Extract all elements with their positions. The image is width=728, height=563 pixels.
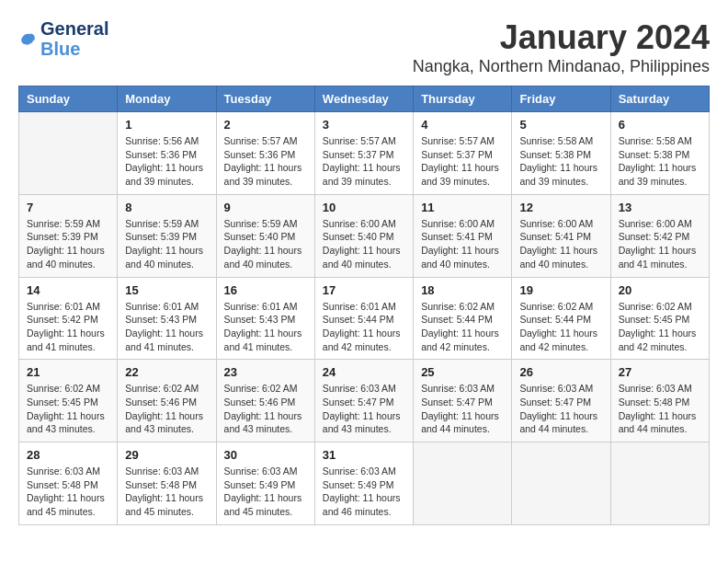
- day-number: 12: [519, 201, 602, 214]
- day-info: Sunrise: 6:03 AM Sunset: 5:49 PM Dayligh…: [224, 465, 307, 519]
- day-info: Sunrise: 6:03 AM Sunset: 5:48 PM Dayligh…: [27, 465, 109, 519]
- day-info: Sunrise: 5:59 AM Sunset: 5:40 PM Dayligh…: [224, 217, 307, 271]
- day-number: 27: [619, 365, 701, 379]
- calendar-cell: 25Sunrise: 6:03 AM Sunset: 5:47 PM Dayli…: [414, 360, 512, 442]
- day-info: Sunrise: 5:58 AM Sunset: 5:38 PM Dayligh…: [619, 134, 701, 189]
- calendar-cell: [610, 442, 709, 525]
- calendar-cell: 18Sunrise: 6:02 AM Sunset: 5:44 PM Dayli…: [414, 277, 512, 360]
- logo-text-blue: Blue: [40, 39, 108, 59]
- calendar-cell: 16Sunrise: 6:01 AM Sunset: 5:43 PM Dayli…: [216, 277, 314, 360]
- calendar-week-row: 7Sunrise: 5:59 AM Sunset: 5:39 PM Daylig…: [19, 194, 710, 277]
- day-number: 14: [27, 283, 109, 297]
- calendar-cell: [414, 442, 512, 525]
- calendar-cell: 31Sunrise: 6:03 AM Sunset: 5:49 PM Dayli…: [314, 442, 413, 525]
- page-subtitle: Nangka, Northern Mindanao, Philippines: [413, 57, 710, 76]
- day-number: 5: [519, 118, 602, 132]
- day-info: Sunrise: 5:57 AM Sunset: 5:37 PM Dayligh…: [421, 134, 504, 189]
- day-number: 13: [619, 201, 701, 214]
- day-number: 16: [224, 283, 307, 297]
- calendar-cell: 2Sunrise: 5:57 AM Sunset: 5:36 PM Daylig…: [216, 112, 314, 195]
- day-number: 30: [224, 448, 307, 462]
- calendar-week-row: 21Sunrise: 6:02 AM Sunset: 5:45 PM Dayli…: [19, 360, 710, 442]
- day-number: 7: [27, 201, 109, 214]
- calendar-cell: 1Sunrise: 5:56 AM Sunset: 5:36 PM Daylig…: [118, 112, 216, 195]
- calendar-cell: 14Sunrise: 6:01 AM Sunset: 5:42 PM Dayli…: [19, 277, 118, 360]
- calendar-cell: 17Sunrise: 6:01 AM Sunset: 5:44 PM Dayli…: [314, 277, 413, 360]
- day-number: 22: [125, 365, 208, 379]
- day-number: 31: [323, 448, 405, 462]
- day-info: Sunrise: 6:01 AM Sunset: 5:42 PM Dayligh…: [27, 300, 109, 354]
- day-info: Sunrise: 6:03 AM Sunset: 5:47 PM Dayligh…: [519, 382, 602, 436]
- calendar-cell: 21Sunrise: 6:02 AM Sunset: 5:45 PM Dayli…: [19, 360, 118, 442]
- calendar-day-header: Monday: [118, 86, 216, 112]
- day-number: 29: [125, 448, 208, 462]
- calendar-cell: [512, 442, 610, 525]
- day-info: Sunrise: 6:03 AM Sunset: 5:49 PM Dayligh…: [323, 465, 405, 519]
- calendar-cell: 7Sunrise: 5:59 AM Sunset: 5:39 PM Daylig…: [19, 194, 118, 277]
- day-number: 2: [224, 118, 307, 132]
- day-info: Sunrise: 5:56 AM Sunset: 5:36 PM Dayligh…: [125, 134, 208, 189]
- day-info: Sunrise: 6:02 AM Sunset: 5:44 PM Dayligh…: [519, 300, 602, 354]
- calendar-cell: 10Sunrise: 6:00 AM Sunset: 5:40 PM Dayli…: [314, 194, 413, 277]
- calendar-week-row: 1Sunrise: 5:56 AM Sunset: 5:36 PM Daylig…: [19, 112, 710, 195]
- day-info: Sunrise: 5:59 AM Sunset: 5:39 PM Dayligh…: [125, 217, 208, 271]
- day-info: Sunrise: 6:00 AM Sunset: 5:42 PM Dayligh…: [619, 217, 701, 271]
- day-info: Sunrise: 6:00 AM Sunset: 5:41 PM Dayligh…: [421, 217, 504, 271]
- logo: General Blue: [18, 18, 108, 59]
- page-title: January 2024: [413, 18, 710, 57]
- day-number: 18: [421, 283, 504, 297]
- day-number: 17: [323, 283, 405, 297]
- calendar-day-header: Tuesday: [216, 86, 314, 112]
- day-number: 23: [224, 365, 307, 379]
- calendar-day-header: Wednesday: [314, 86, 413, 112]
- day-info: Sunrise: 6:01 AM Sunset: 5:43 PM Dayligh…: [125, 300, 208, 354]
- calendar-day-header: Friday: [512, 86, 610, 112]
- calendar-cell: 9Sunrise: 5:59 AM Sunset: 5:40 PM Daylig…: [216, 194, 314, 277]
- day-info: Sunrise: 6:00 AM Sunset: 5:40 PM Dayligh…: [323, 217, 405, 271]
- calendar-week-row: 28Sunrise: 6:03 AM Sunset: 5:48 PM Dayli…: [19, 442, 710, 525]
- calendar-cell: 5Sunrise: 5:58 AM Sunset: 5:38 PM Daylig…: [512, 112, 610, 195]
- day-number: 28: [27, 448, 109, 462]
- calendar-day-header: Sunday: [19, 86, 118, 112]
- calendar-cell: 8Sunrise: 5:59 AM Sunset: 5:39 PM Daylig…: [118, 194, 216, 277]
- calendar-day-header: Saturday: [610, 86, 709, 112]
- day-info: Sunrise: 5:59 AM Sunset: 5:39 PM Dayligh…: [27, 217, 109, 271]
- day-info: Sunrise: 6:02 AM Sunset: 5:46 PM Dayligh…: [125, 382, 208, 436]
- day-info: Sunrise: 6:03 AM Sunset: 5:47 PM Dayligh…: [323, 382, 405, 436]
- day-number: 21: [27, 365, 109, 379]
- calendar-cell: 3Sunrise: 5:57 AM Sunset: 5:37 PM Daylig…: [314, 112, 413, 195]
- day-number: 26: [519, 365, 602, 379]
- day-number: 11: [421, 201, 504, 214]
- day-info: Sunrise: 5:57 AM Sunset: 5:36 PM Dayligh…: [224, 134, 307, 189]
- day-info: Sunrise: 6:01 AM Sunset: 5:43 PM Dayligh…: [224, 300, 307, 354]
- day-number: 25: [421, 365, 504, 379]
- day-number: 20: [619, 283, 701, 297]
- logo-icon: [18, 29, 37, 48]
- calendar-cell: 27Sunrise: 6:03 AM Sunset: 5:48 PM Dayli…: [610, 360, 709, 442]
- day-number: 9: [224, 201, 307, 214]
- calendar-cell: 13Sunrise: 6:00 AM Sunset: 5:42 PM Dayli…: [610, 194, 709, 277]
- day-number: 8: [125, 201, 208, 214]
- day-number: 4: [421, 118, 504, 132]
- day-number: 19: [519, 283, 602, 297]
- day-info: Sunrise: 6:03 AM Sunset: 5:47 PM Dayligh…: [421, 382, 504, 436]
- day-number: 1: [125, 118, 208, 132]
- title-block: January 2024 Nangka, Northern Mindanao, …: [413, 18, 710, 76]
- calendar-day-header: Thursday: [414, 86, 512, 112]
- day-info: Sunrise: 6:02 AM Sunset: 5:46 PM Dayligh…: [224, 382, 307, 436]
- logo-text-general: General: [40, 18, 108, 39]
- calendar-cell: 19Sunrise: 6:02 AM Sunset: 5:44 PM Dayli…: [512, 277, 610, 360]
- calendar-cell: 30Sunrise: 6:03 AM Sunset: 5:49 PM Dayli…: [216, 442, 314, 525]
- calendar-cell: 28Sunrise: 6:03 AM Sunset: 5:48 PM Dayli…: [19, 442, 118, 525]
- calendar-cell: 6Sunrise: 5:58 AM Sunset: 5:38 PM Daylig…: [610, 112, 709, 195]
- calendar-table: SundayMondayTuesdayWednesdayThursdayFrid…: [18, 86, 710, 525]
- calendar-cell: [19, 112, 118, 195]
- calendar-cell: 12Sunrise: 6:00 AM Sunset: 5:41 PM Dayli…: [512, 194, 610, 277]
- calendar-week-row: 14Sunrise: 6:01 AM Sunset: 5:42 PM Dayli…: [19, 277, 710, 360]
- day-info: Sunrise: 6:03 AM Sunset: 5:48 PM Dayligh…: [125, 465, 208, 519]
- day-info: Sunrise: 6:02 AM Sunset: 5:44 PM Dayligh…: [421, 300, 504, 354]
- day-info: Sunrise: 6:00 AM Sunset: 5:41 PM Dayligh…: [519, 217, 602, 271]
- day-info: Sunrise: 5:57 AM Sunset: 5:37 PM Dayligh…: [323, 134, 405, 189]
- day-number: 15: [125, 283, 208, 297]
- calendar-cell: 23Sunrise: 6:02 AM Sunset: 5:46 PM Dayli…: [216, 360, 314, 442]
